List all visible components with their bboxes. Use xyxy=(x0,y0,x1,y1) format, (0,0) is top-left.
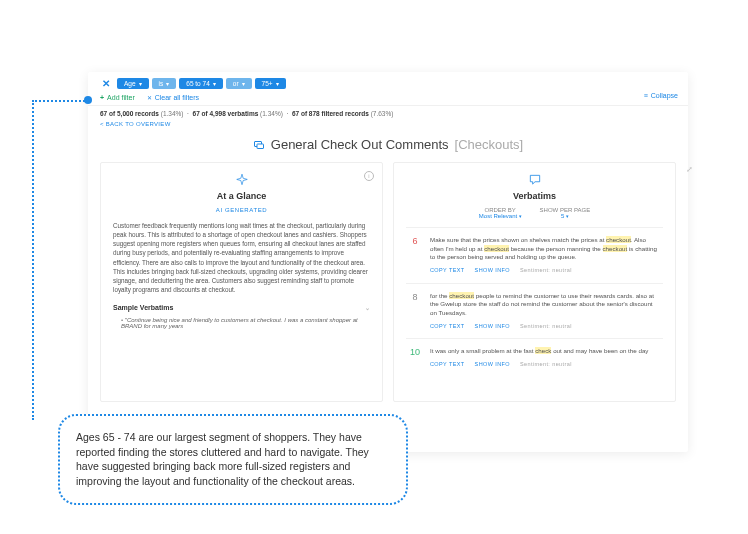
glance-summary: Customer feedback frequently mentions lo… xyxy=(113,221,370,294)
sample-verbatims-header[interactable]: Sample Verbatims ⌄ xyxy=(113,304,370,311)
title-sub: [Checkouts] xyxy=(455,137,524,152)
filter-chip-is[interactable]: is xyxy=(152,78,177,89)
verbatim-text: Make sure that the prices shown on shelv… xyxy=(430,236,661,275)
verbatim-item: 10It was only a small problem at the fas… xyxy=(406,338,663,376)
insight-callout: Ages 65 - 74 are our largest segment of … xyxy=(58,414,408,505)
svg-rect-1 xyxy=(257,144,264,149)
show-info-button[interactable]: SHOW INFO xyxy=(475,361,510,369)
collapse-button[interactable]: Collapse xyxy=(644,92,678,99)
add-filter-button[interactable]: Add filter xyxy=(100,94,135,101)
filter-chip-row: ✕ Age is 65 to 74 or 75+ xyxy=(98,78,678,89)
sentiment-label: Sentiment: neutral xyxy=(520,267,572,275)
chevron-down-icon: ⌄ xyxy=(365,304,370,311)
filter-actions: Add filter Clear all filters xyxy=(98,89,678,105)
cards-row: i At a Glance AI GENERATED Customer feed… xyxy=(88,162,688,402)
sentiment-label: Sentiment: neutral xyxy=(520,323,572,331)
show-info-button[interactable]: SHOW INFO xyxy=(475,267,510,275)
at-a-glance-card: i At a Glance AI GENERATED Customer feed… xyxy=(100,162,383,402)
verbatims-card: ⤢ Verbatims ORDER BY Most Relevant SHOW … xyxy=(393,162,676,402)
verbatims-controls: ORDER BY Most Relevant SHOW PER PAGE 5 xyxy=(406,207,663,227)
chevron-down-icon xyxy=(166,80,169,87)
filter-chip-or[interactable]: or xyxy=(226,78,252,89)
connector-line xyxy=(32,100,34,420)
clear-filters-button[interactable]: Clear all filters xyxy=(147,94,199,101)
verbatim-text: It was only a small problem at the fast … xyxy=(430,347,661,368)
verbatim-actions: COPY TEXTSHOW INFOSentiment: neutral xyxy=(430,361,661,369)
filter-chip-age[interactable]: Age xyxy=(117,78,149,89)
verbatims-header: Verbatims xyxy=(406,173,663,207)
copy-text-button[interactable]: COPY TEXT xyxy=(430,267,465,275)
verbatim-score: 8 xyxy=(408,292,422,331)
sample-quote: "Continue being nice and friendly to cus… xyxy=(113,311,370,329)
filter-chip-range[interactable]: 65 to 74 xyxy=(179,78,223,89)
title-main: General Check Out Comments xyxy=(271,137,449,152)
page-title: General Check Out Comments [Checkouts] xyxy=(88,133,688,162)
verbatim-item: 8for the checkout people to remind the c… xyxy=(406,283,663,339)
record-counts: 67 of 5,000 records (1.34%) · 67 of 4,99… xyxy=(88,105,688,119)
connector-line xyxy=(32,100,88,102)
verbatims-list: 6Make sure that the prices shown on shel… xyxy=(406,227,663,377)
verbatim-text: for the checkout people to remind the cu… xyxy=(430,292,661,331)
chat-icon xyxy=(527,173,543,187)
ai-generated-tag: AI GENERATED xyxy=(113,207,370,221)
chevron-down-icon xyxy=(242,80,245,87)
glance-heading: At a Glance xyxy=(113,191,370,201)
per-page-select[interactable]: 5 xyxy=(540,213,591,219)
verbatim-actions: COPY TEXTSHOW INFOSentiment: neutral xyxy=(430,267,661,275)
connector-dot xyxy=(84,96,92,104)
show-info-button[interactable]: SHOW INFO xyxy=(475,323,510,331)
expand-icon[interactable]: ⤢ xyxy=(686,165,693,174)
verbatim-item: 6Make sure that the prices shown on shel… xyxy=(406,227,663,283)
chevron-down-icon xyxy=(139,80,142,87)
verbatims-heading: Verbatims xyxy=(406,191,663,201)
verbatim-score: 10 xyxy=(408,347,422,368)
back-to-overview-link[interactable]: < BACK TO OVERVIEW xyxy=(88,119,688,133)
verbatim-score: 6 xyxy=(408,236,422,275)
chevron-down-icon xyxy=(213,80,216,87)
filter-chip-75plus[interactable]: 75+ xyxy=(255,78,286,89)
close-filter-icon[interactable]: ✕ xyxy=(98,78,114,89)
copy-text-button[interactable]: COPY TEXT xyxy=(430,323,465,331)
chevron-down-icon xyxy=(276,80,279,87)
sparkle-icon xyxy=(234,173,250,187)
info-icon[interactable]: i xyxy=(364,171,374,181)
comments-icon xyxy=(253,139,265,151)
verbatim-actions: COPY TEXTSHOW INFOSentiment: neutral xyxy=(430,323,661,331)
main-panel: ✕ Age is 65 to 74 or 75+ Add filter Clea… xyxy=(88,72,688,452)
order-by-select[interactable]: Most Relevant xyxy=(479,213,522,219)
sentiment-label: Sentiment: neutral xyxy=(520,361,572,369)
glance-header: At a Glance xyxy=(113,173,370,207)
filter-bar: ✕ Age is 65 to 74 or 75+ Add filter Clea… xyxy=(88,72,688,105)
copy-text-button[interactable]: COPY TEXT xyxy=(430,361,465,369)
